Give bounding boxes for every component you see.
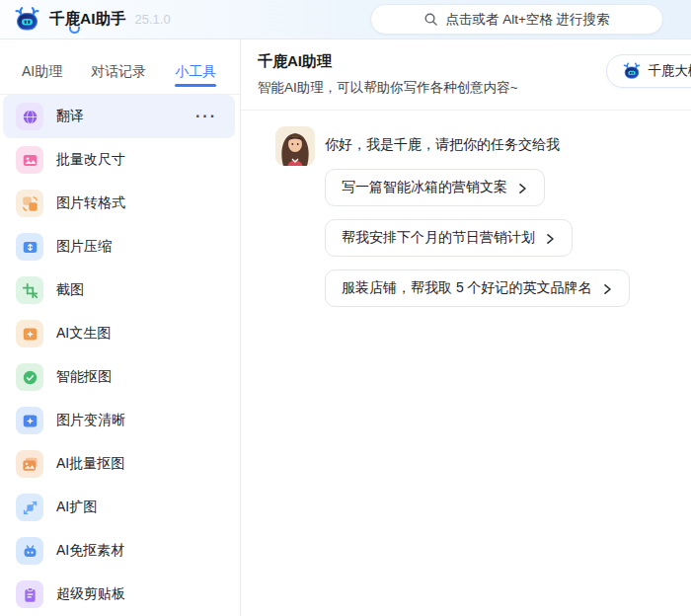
- sidebar-item-label: 图片变清晰: [56, 412, 125, 429]
- translate-icon: [16, 103, 43, 130]
- search-bar[interactable]: 点击或者 Alt+空格 进行搜索: [370, 4, 663, 35]
- sidebar-item-image-convert[interactable]: 图片转格式: [0, 182, 240, 225]
- tab-ai-assistant[interactable]: AI助理: [22, 63, 62, 94]
- suggestion-label: 写一篇智能冰箱的营销文案: [342, 179, 507, 196]
- suggestion-list: 写一篇智能冰箱的营销文案帮我安排下个月的节日营销计划服装店铺，帮我取 5 个好记…: [325, 169, 675, 307]
- sidebar-item-label: AI扩图: [56, 499, 97, 516]
- logo-swoosh-decoration: [69, 27, 80, 34]
- chevron-right-icon: [544, 233, 556, 245]
- assistant-avatar: [275, 126, 315, 166]
- sidebar-item-batch-resize[interactable]: 批量改尺寸: [0, 138, 240, 182]
- search-placeholder: 点击或者 Alt+空格 进行搜索: [445, 11, 609, 29]
- suggestion-button-3[interactable]: 服装店铺，帮我取 5 个好记的英文品牌名: [325, 270, 630, 307]
- sidebar-item-label: 智能抠图: [56, 368, 112, 386]
- sidebar-item-label: AI文生图: [56, 325, 111, 343]
- sidebar-item-label: 批量改尺寸: [56, 151, 125, 169]
- sidebar-item-label: 翻译: [56, 108, 84, 125]
- app-title: 千鹿AI助手: [49, 9, 126, 30]
- ai-text-to-image-icon: [16, 320, 43, 347]
- sidebar-tool-list: 翻译···批量改尺寸图片转格式图片压缩截图AI文生图智能抠图图片变清晰AI批量抠…: [0, 95, 240, 616]
- sidebar-item-translate[interactable]: 翻译···: [3, 95, 235, 138]
- smart-matting-icon: [16, 363, 43, 391]
- chevron-right-icon: [516, 183, 528, 194]
- sidebar-item-smart-matting[interactable]: 智能抠图: [0, 355, 240, 399]
- model-selector-label: 千鹿大模型: [649, 62, 691, 80]
- chevron-right-icon: [601, 283, 613, 295]
- chat-area: 你好，我是千鹿，请把你的任务交给我 写一篇智能冰箱的营销文案帮我安排下个月的节日…: [241, 111, 691, 323]
- model-logo-icon: [622, 61, 642, 81]
- app-logo-icon: [12, 5, 41, 35]
- model-selector-button[interactable]: 千鹿大模型: [606, 54, 691, 88]
- sidebar-item-label: 图片转格式: [56, 194, 125, 212]
- search-icon: [423, 12, 438, 27]
- suggestion-button-2[interactable]: 帮我安排下个月的节日营销计划: [325, 219, 573, 257]
- app-version: 25.1.0: [135, 12, 171, 27]
- sidebar: AI助理对话记录小工具 翻译···批量改尺寸图片转格式图片压缩截图AI文生图智能…: [0, 39, 241, 616]
- sidebar-item-ai-text-to-image[interactable]: AI文生图: [0, 312, 240, 355]
- tab-chat-history[interactable]: 对话记录: [91, 63, 146, 94]
- suggestion-label: 帮我安排下个月的节日营销计划: [342, 229, 535, 247]
- batch-resize-icon: [16, 146, 43, 174]
- sidebar-item-label: AI批量抠图: [56, 455, 124, 473]
- ai-cutout-material-icon: [16, 537, 43, 565]
- image-enhance-icon: [16, 407, 43, 434]
- sidebar-item-label: AI免抠素材: [56, 542, 124, 560]
- ai-expand-image-icon: [16, 494, 43, 521]
- image-convert-icon: [16, 190, 43, 217]
- sidebar-item-ai-batch-matting[interactable]: AI批量抠图: [0, 442, 240, 486]
- sidebar-item-ai-cutout-material[interactable]: AI免抠素材: [0, 529, 240, 573]
- sidebar-item-label: 超级剪贴板: [56, 585, 125, 603]
- ai-batch-matting-icon: [16, 450, 43, 478]
- sidebar-item-super-clipboard[interactable]: 超级剪贴板: [0, 573, 240, 616]
- sidebar-tabs: AI助理对话记录小工具: [0, 39, 240, 95]
- sidebar-item-image-compress[interactable]: 图片压缩: [0, 225, 240, 269]
- screenshot-icon: [16, 276, 43, 304]
- more-options-icon[interactable]: ···: [195, 109, 225, 124]
- app-window: 千鹿AI助手 25.1.0 点击或者 Alt+空格 进行搜索 AI助理对话记录小…: [0, 0, 691, 616]
- tab-tools[interactable]: 小工具: [175, 63, 216, 94]
- image-compress-icon: [16, 233, 43, 261]
- greeting-message: 你好，我是千鹿，请把你的任务交给我: [325, 136, 560, 166]
- main-panel: 千鹿AI助理 智能AI助理，可以帮助你写作各种创意内容~ 千鹿大模型 你好，我是…: [241, 39, 691, 616]
- super-clipboard-icon: [16, 580, 43, 608]
- sidebar-item-screenshot[interactable]: 截图: [0, 269, 240, 312]
- suggestion-label: 服装店铺，帮我取 5 个好记的英文品牌名: [342, 279, 592, 297]
- assistant-message-row: 你好，我是千鹿，请把你的任务交给我: [275, 126, 675, 166]
- suggestion-button-1[interactable]: 写一篇智能冰箱的营销文案: [325, 169, 545, 206]
- sidebar-item-label: 图片压缩: [56, 238, 112, 256]
- sidebar-item-ai-expand-image[interactable]: AI扩图: [0, 486, 240, 529]
- topbar: 千鹿AI助手 25.1.0 点击或者 Alt+空格 进行搜索: [0, 0, 691, 39]
- sidebar-item-image-enhance[interactable]: 图片变清晰: [0, 399, 240, 442]
- assistant-header: 千鹿AI助理 智能AI助理，可以帮助你写作各种创意内容~ 千鹿大模型: [241, 39, 691, 111]
- sidebar-item-label: 截图: [56, 281, 84, 299]
